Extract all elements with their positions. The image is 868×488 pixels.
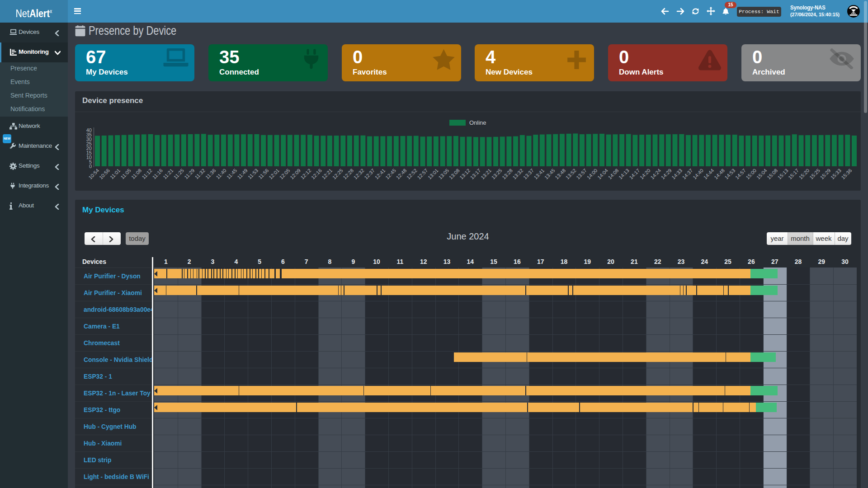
svg-text:14:37: 14:37 [681, 168, 694, 180]
svg-text:13:32: 13:32 [511, 168, 524, 180]
svg-text:11:08: 11:08 [130, 168, 142, 180]
svg-text:12:32: 12:32 [353, 168, 365, 180]
svg-text:13:37: 13:37 [522, 168, 535, 180]
svg-text:13:08: 13:08 [448, 168, 461, 180]
svg-text:15:20: 15:20 [798, 168, 811, 180]
svg-text:10:54: 10:54 [87, 168, 100, 180]
svg-text:12:16: 12:16 [310, 168, 323, 180]
svg-text:15:13: 15:13 [777, 168, 789, 180]
svg-text:12:12: 12:12 [299, 168, 312, 180]
svg-text:14:57: 14:57 [734, 168, 747, 180]
svg-text:11:53: 11:53 [247, 168, 259, 180]
svg-text:12:52: 12:52 [406, 168, 418, 180]
svg-text:12:45: 12:45 [384, 168, 397, 180]
svg-text:14:29: 14:29 [660, 168, 673, 180]
svg-text:14:04: 14:04 [596, 168, 609, 180]
svg-text:11:56: 11:56 [257, 168, 269, 180]
svg-text:11:49: 11:49 [236, 168, 248, 180]
svg-text:11:40: 11:40 [215, 168, 227, 180]
svg-text:11:05: 11:05 [119, 168, 132, 180]
svg-text:14:48: 14:48 [713, 168, 726, 180]
svg-text:11:25: 11:25 [173, 168, 185, 180]
svg-text:11:12: 11:12 [141, 168, 153, 180]
svg-text:11:21: 11:21 [162, 168, 174, 180]
svg-text:14:24: 14:24 [649, 168, 662, 180]
svg-text:14:20: 14:20 [639, 168, 651, 180]
svg-text:12:48: 12:48 [395, 168, 408, 180]
svg-text:14:13: 14:13 [618, 168, 630, 180]
svg-text:11:32: 11:32 [194, 168, 206, 180]
svg-text:14:44: 14:44 [703, 168, 715, 180]
svg-text:15:36: 15:36 [840, 168, 853, 180]
svg-text:13:25: 13:25 [491, 168, 503, 180]
svg-text:15:08: 15:08 [766, 168, 778, 180]
svg-text:13:21: 13:21 [480, 168, 492, 180]
svg-text:12:25: 12:25 [331, 168, 344, 180]
svg-text:14:53: 14:53 [723, 168, 736, 180]
svg-text:10:56: 10:56 [98, 168, 111, 180]
svg-text:12:57: 12:57 [416, 168, 429, 180]
svg-text:13:01: 13:01 [427, 168, 439, 180]
svg-text:13:48: 13:48 [554, 168, 566, 180]
svg-text:11:16: 11:16 [151, 168, 164, 180]
svg-text:13:45: 13:45 [543, 168, 556, 180]
svg-text:15:00: 15:00 [745, 168, 757, 180]
svg-text:14:17: 14:17 [628, 168, 641, 180]
svg-text:14:00: 14:00 [586, 168, 599, 180]
svg-text:12:21: 12:21 [321, 168, 333, 180]
svg-text:12:01: 12:01 [268, 168, 280, 180]
svg-text:15:04: 15:04 [755, 168, 768, 180]
svg-text:11:01: 11:01 [109, 168, 121, 180]
svg-text:14:08: 14:08 [607, 168, 620, 180]
svg-text:13:05: 13:05 [437, 168, 450, 180]
svg-text:14:33: 14:33 [670, 168, 683, 180]
svg-text:12:37: 12:37 [363, 168, 376, 180]
svg-text:13:17: 13:17 [469, 168, 482, 180]
svg-text:12:28: 12:28 [342, 168, 354, 180]
svg-text:15:25: 15:25 [808, 168, 821, 180]
svg-text:11:45: 11:45 [226, 168, 238, 180]
svg-text:11:29: 11:29 [183, 168, 195, 180]
svg-text:12:09: 12:09 [289, 168, 302, 180]
svg-text:40: 40 [86, 127, 92, 133]
svg-text:12:41: 12:41 [374, 168, 387, 180]
svg-text:15:17: 15:17 [787, 168, 800, 180]
svg-text:Online: Online [469, 119, 486, 126]
svg-text:13:52: 13:52 [565, 168, 577, 180]
svg-text:12:05: 12:05 [278, 168, 291, 180]
svg-text:13:57: 13:57 [575, 168, 588, 180]
svg-text:15:29: 15:29 [819, 168, 832, 180]
svg-text:13:28: 13:28 [501, 168, 514, 180]
svg-text:13:12: 13:12 [458, 168, 471, 180]
svg-text:15:33: 15:33 [830, 168, 842, 180]
svg-text:14:40: 14:40 [692, 168, 704, 180]
svg-text:13:41: 13:41 [533, 168, 545, 180]
svg-text:11:36: 11:36 [204, 168, 217, 180]
